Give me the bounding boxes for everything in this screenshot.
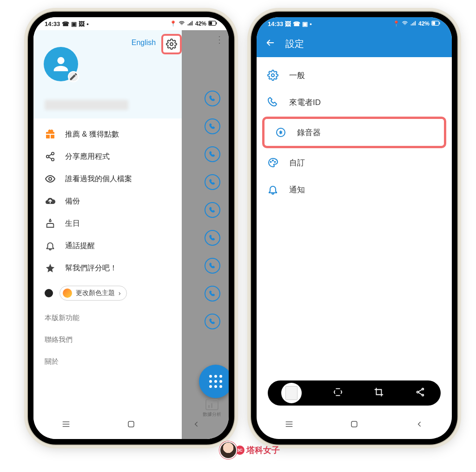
call-log-item[interactable] — [205, 174, 220, 190]
settings-list: 一般 來電者ID 錄音器 自訂 — [257, 57, 452, 208]
language-button[interactable]: English — [132, 39, 156, 47]
status-time: 14:33 — [268, 20, 283, 27]
menu-item-backup[interactable]: 備份 — [33, 190, 182, 212]
share-icon — [45, 151, 56, 162]
status-dot-icon: • — [86, 20, 89, 27]
settings-item-general[interactable]: 一般 — [257, 62, 452, 89]
phone-icon — [209, 123, 216, 130]
menu-item-call-reminder[interactable]: 通話提醒 — [33, 235, 182, 257]
footer-item-whatsnew[interactable]: 本版新功能 — [33, 307, 182, 329]
recorder-icon — [275, 126, 287, 138]
scroll-capture-icon[interactable] — [333, 387, 343, 399]
background-strip: ⋮ 數據分析 — [182, 30, 229, 439]
call-log-item[interactable] — [205, 146, 220, 162]
avatar[interactable] — [44, 47, 78, 81]
phone-icon — [209, 234, 216, 242]
settings-item-customize[interactable]: 自訂 — [257, 149, 452, 176]
call-log-item[interactable] — [205, 118, 220, 134]
phone-icon — [209, 290, 216, 297]
chevron-right-icon: › — [119, 289, 121, 297]
menu-label: 推薦 & 獲得點數 — [65, 130, 119, 139]
wifi-icon — [178, 20, 185, 28]
menu-label: 生日 — [65, 219, 80, 229]
overflow-menu-icon[interactable]: ⋮ — [215, 34, 224, 45]
call-log-item[interactable] — [205, 202, 220, 218]
back-arrow-icon[interactable] — [265, 38, 275, 50]
cake-icon — [45, 218, 56, 229]
location-icon: 📍 — [170, 20, 177, 27]
nav-home-icon[interactable] — [126, 419, 136, 429]
chart-icon — [205, 399, 218, 410]
call-log-item[interactable] — [205, 91, 220, 106]
menu-item-theme[interactable]: 更改顏色主題 › — [33, 279, 182, 307]
bell-icon — [45, 240, 56, 251]
nav-recent-icon[interactable] — [284, 419, 294, 429]
menu-item-recommend[interactable]: 推薦 & 獲得點數 — [33, 123, 182, 145]
nav-back-icon[interactable] — [414, 419, 424, 429]
edit-avatar-button[interactable] — [68, 71, 79, 82]
call-log-item[interactable] — [205, 258, 220, 274]
settings-label: 來電者ID — [289, 97, 321, 108]
user-name-blurred — [45, 100, 128, 110]
menu-item-profile-views[interactable]: 誰看過我的個人檔案 — [33, 168, 182, 190]
theme-current-dot — [45, 289, 53, 297]
menu-label: 幫我們評分吧！ — [65, 263, 117, 273]
menu-item-rate[interactable]: 幫我們評分吧！ — [33, 257, 182, 279]
screenshot-toolbar — [268, 380, 441, 406]
status-app-icon: ☎ — [62, 20, 69, 27]
nav-back-icon[interactable] — [191, 419, 201, 429]
footer-label: 關於 — [45, 357, 59, 366]
dialpad-fab[interactable] — [199, 365, 229, 398]
eye-icon — [45, 173, 56, 184]
watermark-text: 塔科女子 — [246, 445, 280, 456]
battery-icon — [431, 20, 441, 27]
watermark-avatar-icon — [219, 441, 237, 459]
footer-item-about[interactable]: 關於 — [33, 351, 182, 373]
screenshot-thumb[interactable] — [281, 383, 302, 403]
settings-label: 自訂 — [289, 157, 305, 168]
svg-point-15 — [272, 160, 273, 161]
nav-home-icon[interactable] — [349, 419, 359, 429]
svg-rect-2 — [216, 22, 217, 24]
theme-label: 更改顏色主題 — [76, 289, 115, 297]
theme-pill[interactable]: 更改顏色主題 › — [60, 286, 127, 301]
call-log-item[interactable] — [205, 286, 220, 302]
svg-point-6 — [52, 158, 54, 161]
signal-icon — [410, 20, 416, 28]
svg-point-18 — [416, 391, 418, 393]
theme-swatch-icon — [63, 288, 72, 298]
crop-icon[interactable] — [374, 387, 384, 399]
settings-item-callerid[interactable]: 來電者ID — [257, 89, 452, 116]
drawer-header: English — [33, 30, 182, 118]
svg-point-3 — [170, 43, 173, 46]
menu-item-birthday[interactable]: 生日 — [33, 212, 182, 235]
footer-label: 本版新功能 — [45, 314, 79, 322]
settings-gear-highlight — [161, 34, 182, 54]
battery-text: 42% — [418, 20, 430, 27]
screen-right: 14:33 🖼 ☎ ▣ • 📍 42% — [257, 17, 452, 439]
footer-item-contact[interactable]: 聯絡我們 — [33, 329, 182, 351]
share-icon[interactable] — [415, 387, 425, 399]
status-app-icon: ☎ — [293, 20, 300, 27]
phone-mock-right: 14:33 🖼 ☎ ▣ • 📍 42% — [251, 12, 457, 445]
svg-rect-10 — [432, 21, 435, 25]
svg-point-17 — [422, 388, 423, 390]
settings-item-notification[interactable]: 通知 — [257, 176, 452, 203]
pencil-icon — [69, 66, 78, 87]
phone-icon — [267, 96, 279, 108]
phone-icon — [209, 95, 216, 102]
settings-title: 設定 — [285, 38, 304, 50]
phone-icon — [209, 206, 216, 214]
phone-icon — [209, 151, 216, 158]
menu-item-share[interactable]: 分享應用程式 — [33, 145, 182, 168]
call-log-item[interactable] — [205, 314, 220, 329]
settings-item-recorder-highlight[interactable]: 錄音器 — [262, 117, 446, 148]
svg-rect-11 — [439, 22, 440, 24]
status-image-icon: 🖼 — [285, 20, 291, 27]
settings-label: 一般 — [289, 70, 305, 81]
nav-recent-icon[interactable] — [61, 419, 71, 429]
call-log-item[interactable] — [205, 230, 220, 246]
settings-label: 錄音器 — [297, 127, 321, 138]
signal-icon — [187, 20, 193, 28]
gear-icon[interactable] — [166, 39, 177, 50]
